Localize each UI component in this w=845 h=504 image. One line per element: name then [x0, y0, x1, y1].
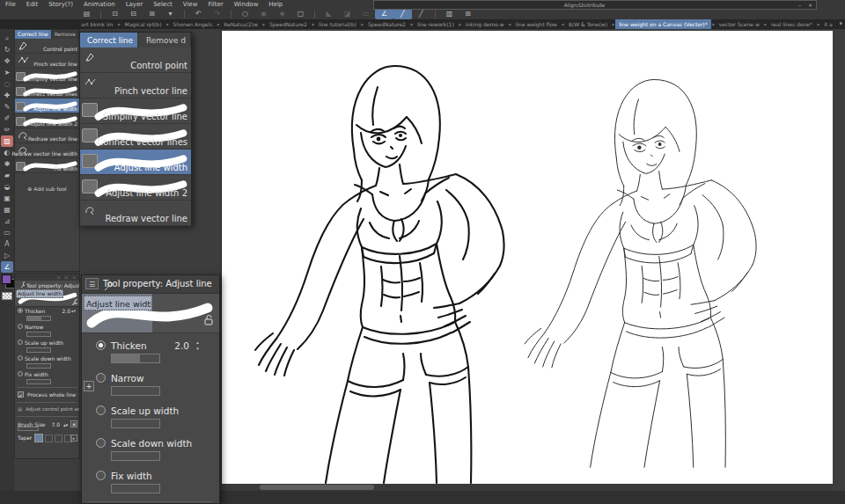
spinner-icon[interactable]: ▴▾ [194, 340, 202, 352]
subtool-tab-correct-line[interactable]: Correct line [15, 30, 51, 39]
horizontal-scrollbar[interactable] [221, 484, 832, 491]
spinner-icon[interactable]: ▴▾ [71, 307, 76, 315]
rotate-tool-icon[interactable]: ↻ [1, 44, 13, 55]
menu-edit[interactable]: Edit [21, 0, 44, 9]
document-tab[interactable]: line rework(1) [414, 19, 458, 29]
pen-tool-icon[interactable]: ✐ [1, 113, 13, 124]
property-option-narrow[interactable]: Narrow [82, 371, 219, 385]
eraser-tool-icon[interactable]: ▰ [1, 170, 13, 181]
flip-canvas-icon[interactable]: ◣ [320, 9, 338, 19]
subtool-item-large[interactable]: Control point [80, 47, 191, 73]
settings-row[interactable]: ▤Adjust control point and bound [15, 405, 79, 413]
brush-size-row[interactable]: Brush Size7.0▴▾▣ [15, 420, 79, 429]
gradient-tool-icon[interactable]: ▦ [1, 204, 13, 215]
tab-overflow-chevron-icon[interactable]: ▾ [839, 19, 842, 29]
document-tab[interactable]: line tutorial(b) [315, 19, 360, 29]
pencil-tool-icon[interactable]: ✏ [1, 124, 13, 135]
radio-icon[interactable] [18, 308, 23, 313]
scrollbar-thumb[interactable] [260, 485, 374, 490]
document-tab[interactable]: B/W & Tone(w) [565, 19, 611, 29]
property-option-thicken[interactable]: Thicken2.0▴▾ [82, 339, 219, 353]
subtool-item-small[interactable]: Simplify vector line [15, 69, 79, 84]
correct-line-tool-icon[interactable]: ∠ [1, 261, 13, 273]
balloon-tool-icon[interactable]: ▷ [1, 250, 13, 261]
redo-icon[interactable]: ↷ [208, 9, 226, 19]
menu-window[interactable]: Window [229, 0, 264, 9]
grid-view-icon[interactable]: ▥ [440, 9, 459, 19]
radio-icon[interactable] [96, 438, 106, 448]
floating-window-titlebar[interactable]: Align/Distribute – × [373, 0, 817, 10]
crop-icon[interactable]: ▢ [291, 9, 310, 19]
zoom-tool-icon[interactable]: ⌕ [1, 33, 13, 44]
taper-option-box[interactable] [45, 435, 53, 442]
subtool-item-large[interactable]: Adjust line width [80, 150, 191, 175]
option-slider[interactable] [111, 451, 160, 461]
invert-selection-icon[interactable]: ◈ [273, 9, 291, 19]
radio-icon[interactable] [96, 405, 106, 415]
subtool-tab-remove-d[interactable]: Remove d [138, 33, 190, 47]
open-file-icon[interactable]: ⊟ [124, 9, 143, 19]
menu-help[interactable]: Help [263, 0, 288, 9]
frame-border-tool-icon[interactable]: ▭ [1, 227, 13, 238]
checkbox-icon[interactable]: ✓ [18, 391, 24, 398]
subtool-item-small[interactable]: Pinch vector line [15, 54, 79, 69]
close-icon[interactable]: × [805, 1, 816, 9]
auto-select-tool-icon[interactable]: ✚ [1, 90, 13, 101]
deselect-icon[interactable]: ○ [236, 9, 254, 19]
snap-to-special-ruler-icon[interactable]: ╱ [393, 9, 412, 19]
eyedropper-tool-icon[interactable]: ✎ [1, 101, 13, 113]
figure-tool-icon[interactable]: ⊿ [1, 215, 13, 227]
taper-expand-icon[interactable]: ▸ [70, 435, 77, 442]
taper-option-box[interactable] [55, 435, 62, 442]
color-swatches[interactable] [0, 274, 14, 304]
taper-row[interactable]: Taper▸ [15, 433, 79, 443]
document-tab[interactable]: SpeedNature2 [266, 19, 311, 29]
radio-icon[interactable] [18, 340, 23, 345]
option-slider[interactable] [26, 316, 51, 321]
move-tool-icon[interactable]: ✥ [1, 55, 13, 67]
menu-view[interactable]: View [178, 0, 203, 9]
operation-tool-icon[interactable]: ➤ [1, 67, 13, 78]
stroke-preview[interactable]: Adjust line width [82, 294, 219, 333]
selection-tool-icon[interactable]: ◌ [1, 78, 13, 90]
fill-tool-icon[interactable]: ▣ [1, 193, 13, 204]
document-tab[interactable]: SpeedNature2 [364, 19, 409, 29]
lock-icon[interactable] [202, 313, 215, 330]
document-tab[interactable]: it access of line [820, 19, 833, 29]
canvas[interactable] [221, 31, 833, 484]
brush-tool-icon[interactable]: ▨ [1, 135, 13, 147]
property-option-fix-width[interactable]: Fix width [15, 370, 79, 378]
document-tab[interactable]: real lines done* [768, 19, 816, 29]
panel-dock-controls[interactable]: ▫ ▫ ▫ [15, 274, 79, 281]
option-slider[interactable] [111, 386, 160, 396]
snap-to-ruler-icon[interactable]: ∠ [375, 9, 393, 19]
export-dropdown-icon[interactable]: ▾ [161, 9, 180, 19]
subtool-item-large[interactable]: Adjust line width 2 [80, 175, 191, 201]
brush-size-slider[interactable] [18, 427, 39, 431]
property-option-scale-down-width[interactable]: Scale down width [15, 354, 79, 362]
option-slider[interactable] [26, 347, 51, 353]
option-slider[interactable] [111, 354, 160, 363]
mesh-transform-icon[interactable]: ◪ [338, 9, 356, 19]
pressure-settings-icon[interactable]: ▣ [70, 420, 77, 427]
menu-animation[interactable]: Animation [78, 0, 121, 9]
property-option-narrow[interactable]: Narrow [15, 323, 79, 331]
subtool-item-small[interactable]: Redraw vector line [15, 128, 79, 143]
frame-border-icon[interactable]: ▭ [356, 9, 375, 19]
document-tab[interactable]: Magical rpt(b) [121, 19, 165, 29]
spinner-icon[interactable]: ▴▾ [63, 420, 68, 430]
radio-icon[interactable] [18, 371, 23, 376]
option-slider[interactable] [26, 332, 51, 337]
document-tab[interactable]: Shonen Angels [170, 19, 217, 29]
blend-tool-icon[interactable]: ◒ [1, 181, 13, 193]
property-option-scale-up-width[interactable]: Scale up width [15, 339, 79, 347]
document-tab[interactable]: ReNatsu(2)w [220, 19, 261, 29]
menu-story[interactable]: Story(?) [43, 0, 78, 9]
save-file-icon[interactable]: ⊞ [143, 9, 161, 19]
subtool-item-small[interactable]: Connect vector lines [15, 84, 79, 99]
document-tab[interactable]: inking demo.w [462, 19, 508, 29]
subtool-item-small[interactable]: Redraw vector line width [15, 143, 79, 158]
property-option-scale-down-width[interactable]: Scale down width [82, 436, 219, 450]
subtool-item-large[interactable]: Simplify vector line [80, 99, 191, 124]
radio-icon[interactable] [96, 471, 106, 480]
